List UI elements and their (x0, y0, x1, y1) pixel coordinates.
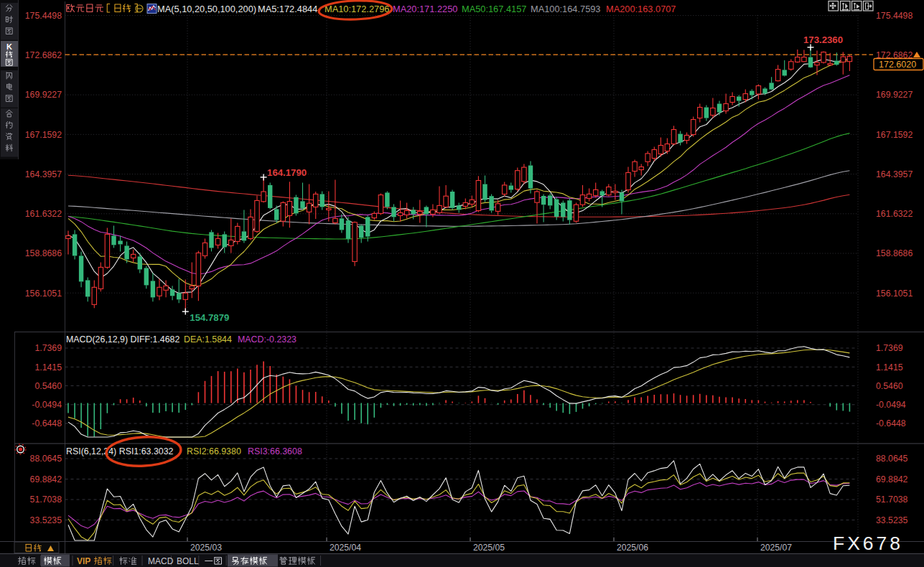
svg-text:158.8686: 158.8686 (876, 248, 913, 258)
svg-text:RSI2:66.9380: RSI2:66.9380 (187, 446, 241, 456)
svg-text:167.1592: 167.1592 (876, 130, 913, 140)
svg-text:MA50:167.4157: MA50:167.4157 (462, 4, 526, 14)
svg-text:MA(5,10,20,50,100,200): MA(5,10,20,50,100,200) (157, 4, 256, 14)
svg-text:154.7879: 154.7879 (190, 312, 229, 323)
svg-text:169.9227: 169.9227 (25, 90, 62, 100)
svg-text:-0.6448: -0.6448 (876, 418, 906, 428)
svg-text:88.0645: 88.0645 (876, 454, 908, 464)
svg-text:MA100:164.7593: MA100:164.7593 (531, 4, 600, 14)
svg-text:175.4498: 175.4498 (876, 11, 913, 21)
svg-text:MA5:172.4844: MA5:172.4844 (258, 4, 317, 14)
svg-text:VIP: VIP (77, 556, 90, 566)
svg-text:173.2360: 173.2360 (803, 34, 843, 45)
svg-text:MACD(26,12,9) DIFF:1.4682: MACD(26,12,9) DIFF:1.4682 (66, 334, 179, 345)
svg-text:RSI3:66.3608: RSI3:66.3608 (248, 446, 302, 456)
svg-text:MA200:163.0707: MA200:163.0707 (606, 4, 676, 14)
svg-text:69.8842: 69.8842 (30, 474, 62, 484)
svg-text:-0.6448: -0.6448 (32, 418, 62, 428)
svg-text:2025/06: 2025/06 (617, 543, 648, 553)
svg-text:MACD: MACD (148, 556, 174, 566)
svg-text:BOLL: BOLL (177, 556, 199, 566)
svg-text:161.6322: 161.6322 (876, 209, 913, 219)
svg-text:1.1415: 1.1415 (34, 362, 62, 372)
svg-text:156.1051: 156.1051 (876, 289, 913, 299)
svg-text:RSI(6,12,24) RSI1:63.3032: RSI(6,12,24) RSI1:63.3032 (66, 446, 174, 456)
svg-text:164.3957: 164.3957 (876, 169, 913, 179)
svg-text:1.7369: 1.7369 (34, 343, 62, 353)
svg-text:2025/07: 2025/07 (760, 543, 792, 553)
svg-text:158.8686: 158.8686 (25, 248, 62, 258)
svg-text:FX678: FX678 (833, 533, 903, 554)
svg-text:DEA:1.5844: DEA:1.5844 (184, 334, 232, 345)
svg-text:-0.0494: -0.0494 (876, 400, 906, 410)
svg-text:51.7038: 51.7038 (876, 495, 908, 505)
svg-text:51.7038: 51.7038 (30, 495, 62, 505)
svg-text:1.1415: 1.1415 (876, 362, 903, 372)
svg-text:172.6020: 172.6020 (879, 60, 916, 70)
svg-text:69.8842: 69.8842 (876, 474, 908, 484)
svg-text:156.1051: 156.1051 (25, 289, 62, 299)
svg-text:161.6322: 161.6322 (25, 209, 62, 219)
svg-text:2025/04: 2025/04 (330, 543, 361, 553)
svg-text:164.3957: 164.3957 (25, 169, 62, 179)
svg-text:MACD:-0.2323: MACD:-0.2323 (238, 334, 297, 345)
svg-text:0.5460: 0.5460 (876, 381, 903, 391)
svg-text:2025/03: 2025/03 (190, 543, 222, 553)
svg-text:MA10:172.2796: MA10:172.2796 (325, 4, 389, 14)
svg-text:167.1592: 167.1592 (25, 130, 62, 140)
svg-text:MA20:171.2250: MA20:171.2250 (393, 4, 457, 14)
svg-text:1.7369: 1.7369 (876, 343, 903, 353)
svg-text:172.6862: 172.6862 (25, 50, 62, 60)
svg-text:K: K (6, 42, 12, 51)
svg-text:33.5235: 33.5235 (876, 515, 908, 525)
svg-text:33.5235: 33.5235 (30, 515, 62, 525)
svg-text:-0.0494: -0.0494 (32, 400, 62, 410)
svg-text:2025/05: 2025/05 (473, 543, 505, 553)
svg-text:88.0645: 88.0645 (30, 454, 62, 464)
svg-text:164.1790: 164.1790 (267, 167, 307, 178)
svg-text:169.9227: 169.9227 (876, 90, 913, 100)
svg-text:175.4498: 175.4498 (25, 11, 62, 21)
svg-text:0.5460: 0.5460 (34, 381, 62, 391)
